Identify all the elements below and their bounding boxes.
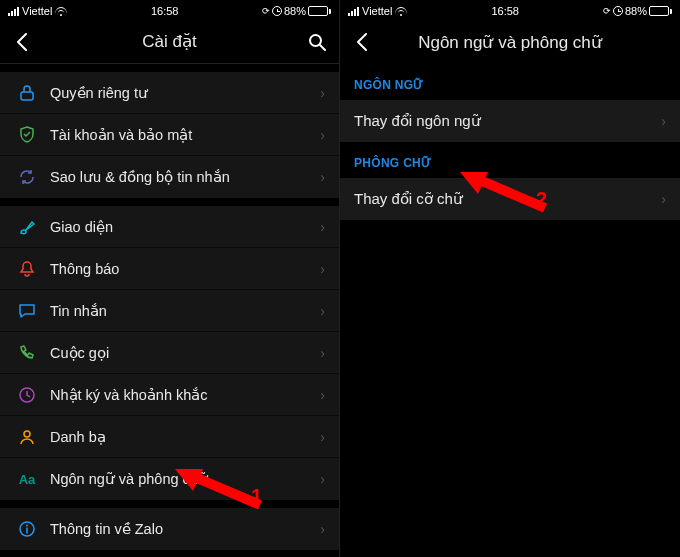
screen-lang-font: Viettel 16:58 ⟳ 88% Ngôn ngữ và phông ch…: [340, 0, 680, 557]
chevron-right-icon: ›: [320, 127, 325, 143]
row-call[interactable]: Cuộc gọi ›: [0, 332, 339, 374]
row-label: Cuộc gọi: [50, 345, 320, 361]
section-header-font: PHÔNG CHỮ: [340, 142, 680, 178]
group-gap: [0, 64, 339, 72]
row-security[interactable]: Tài khoản và bảo mật ›: [0, 114, 339, 156]
chevron-right-icon: ›: [320, 219, 325, 235]
rotation-lock-icon: ⟳: [603, 6, 611, 16]
wifi-icon: [395, 7, 407, 16]
chevron-right-icon: ›: [320, 429, 325, 445]
back-button[interactable]: [350, 30, 374, 54]
chevron-right-icon: ›: [320, 261, 325, 277]
carrier-label: Viettel: [362, 5, 392, 17]
group-gap: [0, 500, 339, 508]
battery-pct: 88%: [284, 5, 306, 17]
carrier-label: Viettel: [22, 5, 52, 17]
status-bar: Viettel 16:58 ⟳ 88%: [340, 0, 680, 20]
chevron-right-icon: ›: [320, 471, 325, 487]
search-button[interactable]: [305, 30, 329, 54]
chevron-right-icon: ›: [320, 387, 325, 403]
row-label: Tin nhắn: [50, 303, 320, 319]
person-icon: [14, 428, 40, 446]
group-gap: [0, 198, 339, 206]
search-icon: [308, 33, 326, 51]
row-lang[interactable]: Aa Ngôn ngữ và phông chữ ›: [0, 458, 339, 500]
chevron-left-icon: [356, 33, 368, 51]
status-bar: Viettel 16:58 ⟳ 88%: [0, 0, 339, 20]
status-left: Viettel: [348, 5, 407, 17]
row-label: Thông tin về Zalo: [50, 521, 320, 537]
phone-icon: [14, 344, 40, 362]
chevron-right-icon: ›: [320, 345, 325, 361]
signal-icon: [8, 7, 19, 16]
row-backup[interactable]: Sao lưu & đồng bộ tin nhắn ›: [0, 156, 339, 198]
chat-icon: [14, 302, 40, 320]
alarm-icon: [613, 6, 623, 16]
row-label: Danh bạ: [50, 429, 320, 445]
info-icon: [14, 520, 40, 538]
battery-icon: [308, 6, 331, 16]
sync-icon: [14, 168, 40, 186]
back-button[interactable]: [10, 30, 34, 54]
chevron-right-icon: ›: [661, 113, 666, 129]
bell-icon: [14, 260, 40, 278]
battery-icon: [649, 6, 672, 16]
row-label: Ngôn ngữ và phông chữ: [50, 471, 320, 487]
status-right: ⟳ 88%: [262, 5, 331, 17]
chevron-right-icon: ›: [320, 303, 325, 319]
header: Cài đặt: [0, 20, 339, 64]
alarm-icon: [272, 6, 282, 16]
row-label: Quyền riêng tư: [50, 85, 320, 101]
row-about[interactable]: Thông tin về Zalo ›: [0, 508, 339, 550]
svg-line-1: [320, 45, 325, 50]
section-header-language: NGÔN NGỮ: [340, 64, 680, 100]
row-label: Thay đổi cỡ chữ: [354, 190, 661, 208]
row-label: Thông báo: [50, 261, 320, 277]
screen-settings: Viettel 16:58 ⟳ 88% Cài đặt Quyền riêng …: [0, 0, 340, 557]
row-change-language[interactable]: Thay đổi ngôn ngữ ›: [340, 100, 680, 142]
page-title: Cài đặt: [0, 31, 339, 52]
row-label: Nhật ký và khoảnh khắc: [50, 387, 320, 403]
page-title: Ngôn ngữ và phông chữ: [340, 32, 680, 53]
wifi-icon: [55, 7, 67, 16]
chevron-right-icon: ›: [320, 85, 325, 101]
clock: 16:58: [491, 5, 519, 17]
chevron-right-icon: ›: [320, 521, 325, 537]
clock: 16:58: [151, 5, 179, 17]
lock-icon: [14, 84, 40, 102]
row-msg[interactable]: Tin nhắn ›: [0, 290, 339, 332]
row-label: Thay đổi ngôn ngữ: [354, 112, 661, 130]
chevron-left-icon: [16, 33, 28, 51]
chevron-right-icon: ›: [320, 169, 325, 185]
rotation-lock-icon: ⟳: [262, 6, 270, 16]
text-aa-icon: Aa: [14, 472, 40, 487]
row-label: Giao diện: [50, 219, 320, 235]
battery-pct: 88%: [625, 5, 647, 17]
row-contacts[interactable]: Danh bạ ›: [0, 416, 339, 458]
signal-icon: [348, 7, 359, 16]
row-notif[interactable]: Thông báo ›: [0, 248, 339, 290]
status-left: Viettel: [8, 5, 67, 17]
svg-point-4: [24, 431, 30, 437]
svg-rect-2: [21, 92, 33, 100]
status-right: ⟳ 88%: [603, 5, 672, 17]
row-label: Sao lưu & đồng bộ tin nhắn: [50, 169, 320, 185]
brush-icon: [14, 218, 40, 236]
svg-rect-7: [26, 528, 28, 534]
row-diary[interactable]: Nhật ký và khoảnh khắc ›: [0, 374, 339, 416]
clock-icon: [14, 386, 40, 404]
row-change-font-size[interactable]: Thay đổi cỡ chữ ›: [340, 178, 680, 220]
row-ui[interactable]: Giao diện ›: [0, 206, 339, 248]
chevron-right-icon: ›: [661, 191, 666, 207]
shield-icon: [14, 126, 40, 144]
row-label: Tài khoản và bảo mật: [50, 127, 320, 143]
svg-point-6: [26, 525, 28, 527]
row-privacy[interactable]: Quyền riêng tư ›: [0, 72, 339, 114]
header: Ngôn ngữ và phông chữ: [340, 20, 680, 64]
